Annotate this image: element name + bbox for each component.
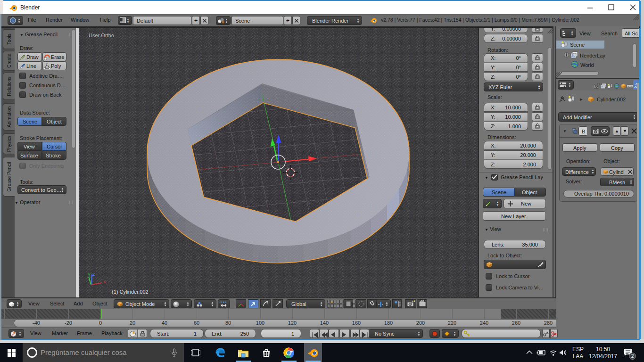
svg-text:Z: Z [92, 272, 95, 277]
svg-text:User Ortho: User Ortho [89, 33, 114, 38]
svg-text:X: X [103, 280, 106, 284]
svg-text:Y: Y [88, 272, 91, 277]
svg-text:(1) Cylinder.002: (1) Cylinder.002 [112, 289, 149, 295]
